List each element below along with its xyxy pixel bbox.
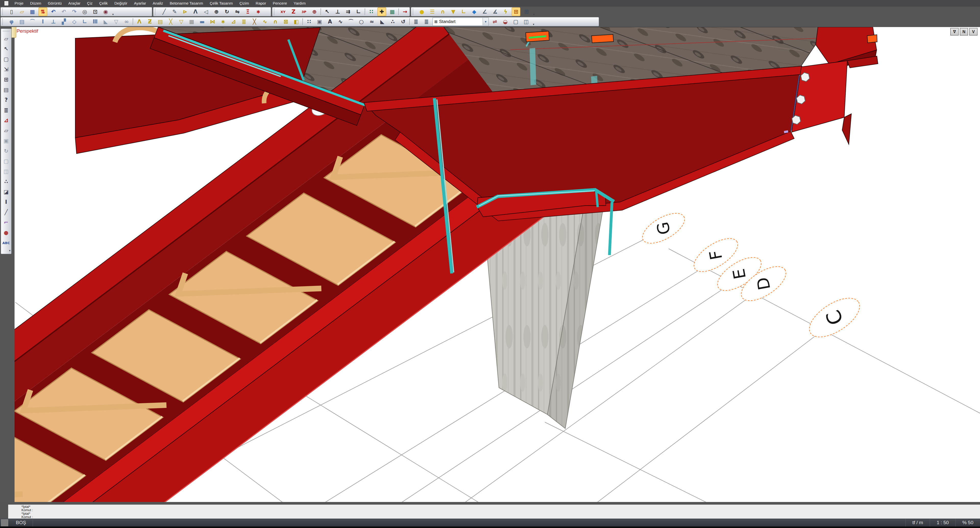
menu-item-11[interactable]: Çizim [236,0,252,6]
x-brace-icon[interactable]: ╳ [166,17,175,26]
status-zoom[interactable]: % 50 [956,518,980,526]
window-split-icon[interactable]: ◫ [522,17,531,26]
group-icon[interactable]: ▢ [2,157,10,165]
select-window-icon[interactable]: ▢ [2,55,10,63]
teal-stiffener-1[interactable] [530,48,536,85]
box-brace-icon[interactable]: ⊠ [282,17,290,26]
bulb-icon[interactable]: ● [417,7,426,16]
node-flag-icon[interactable]: ⊳ [181,7,189,16]
portal-frame-icon[interactable]: Λ [135,17,144,26]
image-icon[interactable]: ▣ [315,17,324,26]
ortho-icon[interactable]: ⊥ [333,7,342,16]
status-scale[interactable]: 1 : 50 [930,518,956,526]
toolbar-grip[interactable] [413,8,415,15]
n-view-button[interactable]: N [960,28,968,35]
layer-stack-2-icon[interactable]: ≣ [422,17,431,26]
clipboard-icon[interactable]: ▣ [2,137,10,145]
frame-node-icon[interactable]: φ [7,17,16,26]
status-mode[interactable]: BOŞ [9,518,33,526]
select-icon[interactable]: ↖ [2,45,10,53]
level-dimension-icon[interactable]: ⇅ [38,7,47,16]
cascade-icon[interactable]: ◫ [2,167,10,176]
menu-item-1[interactable]: Düzen [27,0,45,6]
snap-frame-icon[interactable]: ▦ [388,7,396,16]
snap-grid-icon[interactable]: ∷ [367,7,375,16]
overflow-chevron-icon[interactable]: ▾ [533,23,535,26]
add-object-icon[interactable]: ⊞ [2,76,10,84]
cone-icon[interactable]: ◣ [101,17,110,26]
new-file-icon[interactable]: ▯ [7,7,16,16]
section-cut-icon[interactable]: ⊿ [2,116,10,124]
point-grid-icon[interactable]: ∷ [305,17,313,26]
compass-icon[interactable]: Λ [191,7,200,16]
knife-icon[interactable]: ╱ [160,7,169,16]
frame-grid-icon[interactable]: ⊞ [512,7,520,16]
arc-left-icon[interactable]: ◁ [202,7,210,16]
menu-item-5[interactable]: Çelik [96,0,111,6]
corner-plate-icon[interactable]: ∟ [460,7,468,16]
menu-item-12[interactable]: Rapor [252,0,269,6]
stretch-icon[interactable]: ⇲ [2,65,10,73]
table-select-icon[interactable]: ▤ [2,86,10,94]
wedge-icon[interactable]: ◣ [378,17,387,26]
copy-objects-icon[interactable]: ▱ [2,35,10,43]
fold-plate-icon[interactable]: ▞ [59,17,68,26]
mirror-icon[interactable]: ⇋ [233,7,242,16]
point-array-icon[interactable]: ∴ [2,178,10,186]
paint-layer-icon[interactable]: ◒ [501,17,510,26]
plate-icon[interactable]: ◇ [70,17,79,26]
spline-icon[interactable]: ∿ [336,17,345,26]
query-icon[interactable]: ? [2,96,10,104]
array-icon[interactable]: ∗ [254,7,262,16]
line-split-icon[interactable]: ╱ [2,208,10,216]
chevron-down-icon[interactable]: ▼ [483,18,488,25]
window-single-icon[interactable]: ▢ [511,17,520,26]
attach-point-icon[interactable]: → [401,7,409,16]
command-separator[interactable] [0,502,980,504]
flat-bar-icon[interactable]: ▬ [198,17,207,26]
corrugated-icon[interactable]: ∿ [261,17,269,26]
save-icon[interactable]: ▦ [28,7,37,16]
undo-icon[interactable]: ↶ [49,7,58,16]
status-color-swatch[interactable] [1,519,8,526]
auto-label-icon[interactable]: ABC [2,239,10,247]
layer-combo[interactable]: ⊠ Standart ▼ [433,17,489,26]
arc-icon[interactable]: ⌒ [347,17,355,26]
move-icon[interactable]: ⊕ [212,7,221,16]
center-lock-icon[interactable]: ⊕ [310,7,319,16]
stairs-icon[interactable]: ☰ [428,7,437,16]
menu-item-8[interactable]: Analiz [149,0,166,6]
zoom-dynamic-icon[interactable]: ◎ [80,7,89,16]
circle-icon[interactable]: ○ [357,17,366,26]
xy-lock-icon[interactable]: XY [279,7,287,16]
frame-grid-2-icon[interactable]: ⊞ [522,7,531,16]
redo-icon[interactable]: ↷ [70,7,79,16]
star-node-icon[interactable]: ∗ [219,17,228,26]
door-icon[interactable]: ◧ [292,17,301,26]
ramp-icon[interactable]: ⊿ [229,17,238,26]
open-file-icon[interactable]: ▱ [18,7,26,16]
lightning-icon[interactable]: ϟ [501,7,510,16]
menu-item-14[interactable]: Yardım [290,0,309,6]
z-purlin-icon[interactable]: Ƶ [145,17,154,26]
overflow-chevron-icon[interactable]: ▾ [9,249,11,252]
snap-node-icon[interactable]: ✚ [377,7,386,16]
rotate-copy-icon[interactable]: ↻ [2,147,10,155]
rotate-copy-icon[interactable]: ↺ [399,17,407,26]
filter-button[interactable]: ∇ [950,28,959,35]
support-icon[interactable]: ⊥ [49,17,58,26]
copy-props-icon[interactable]: ▱ [2,127,10,135]
cloud-icon[interactable]: ≈ [368,17,376,26]
z-lock-icon[interactable]: Z [289,7,298,16]
toolbar-grip[interactable] [155,8,157,15]
funnel-icon[interactable]: ▽ [112,17,121,26]
steel-panel-icon[interactable]: ▤ [156,17,165,26]
wall-layers-icon[interactable]: ▤ [18,17,26,26]
layer-stack-icon[interactable]: ≣ [412,17,420,26]
angle-plate-icon[interactable]: ∟ [80,17,89,26]
drawing-viewport[interactable]: G F E D C [14,27,980,502]
v-view-button[interactable]: V [969,28,977,35]
truss-icon[interactable]: ⋈ [208,17,217,26]
step-move-icon[interactable]: ⇉ [344,7,352,16]
object-styles-icon[interactable]: ● [2,228,10,237]
